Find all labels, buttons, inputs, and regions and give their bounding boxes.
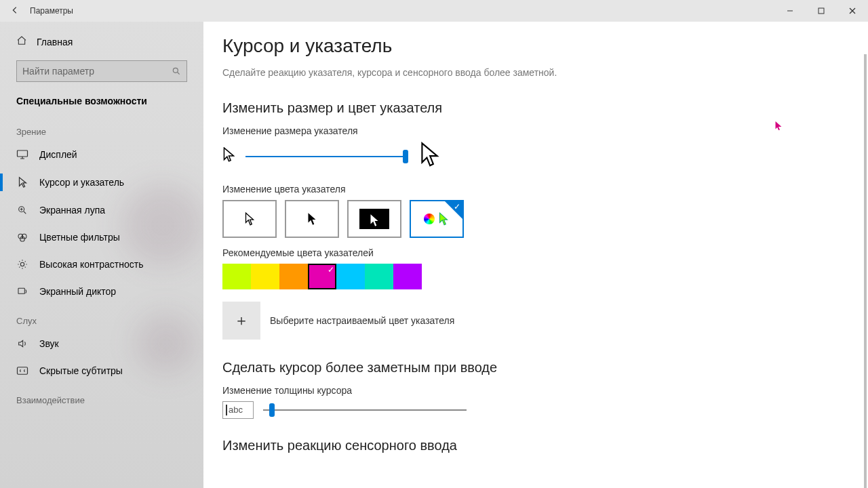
minimize-button[interactable] [774, 0, 806, 22]
contrast-icon [16, 259, 28, 270]
home-icon [16, 35, 27, 48]
sidebar-item-narrator[interactable]: Экранный диктор [0, 278, 203, 305]
group-label-interaction: Взаимодействие [0, 384, 203, 409]
sidebar-item-display[interactable]: Дисплей [0, 141, 203, 168]
svg-line-5 [178, 73, 180, 75]
color-wheel-icon [424, 214, 435, 224]
sidebar-item-cursor[interactable]: Курсор и указатель [0, 168, 203, 197]
check-icon: ✓ [328, 265, 334, 274]
settings-window: Параметры Главная Найти параметр Спе [0, 0, 868, 488]
sidebar-item-audio[interactable]: Звук [0, 330, 203, 357]
thickness-label: Изменение толщины курсора [222, 385, 849, 396]
group-label-vision: Зрение [0, 116, 203, 141]
narrator-icon [16, 286, 28, 297]
add-custom-color-button[interactable]: ＋ [222, 302, 260, 340]
sidebar-item-filters[interactable]: Цветные фильтры [0, 224, 203, 251]
pointer-style-inverted[interactable] [347, 200, 401, 238]
sidebar-item-label: Экранный диктор [39, 286, 116, 297]
recommended-colors: ✓ [222, 264, 849, 289]
pointer-size-row [222, 142, 849, 171]
content-area: Курсор и указатель Сделайте реакцию указ… [203, 22, 868, 488]
pointer-small-icon [222, 147, 235, 166]
pointer-color-label: Изменение цвета указателя [222, 184, 849, 195]
svg-line-8 [24, 211, 26, 214]
palette-icon [16, 232, 28, 243]
pointer-large-icon [419, 142, 439, 171]
section-size-color: Изменить размер и цвет указателя [222, 100, 849, 116]
pointer-size-slider[interactable] [245, 148, 408, 165]
sidebar-item-captions[interactable]: Скрытые субтитры [0, 357, 203, 384]
sidebar-item-label: Цветные фильтры [39, 232, 120, 243]
zoom-icon [16, 205, 28, 216]
color-swatch-5[interactable] [365, 264, 393, 289]
maximize-button[interactable] [806, 0, 837, 22]
page-title: Курсор и указатель [222, 35, 849, 57]
search-placeholder: Найти параметр [22, 66, 172, 77]
preview-pink-cursor-icon [774, 121, 783, 134]
color-swatch-1[interactable] [251, 264, 279, 289]
color-swatch-3[interactable]: ✓ [308, 264, 336, 289]
cursor-thickness-row: abc [222, 401, 849, 419]
color-swatch-6[interactable] [393, 264, 422, 289]
pointer-style-custom[interactable]: ✓ [410, 200, 464, 238]
section-cursor-visibility: Сделать курсор более заметным при вводе [222, 360, 849, 375]
sidebar-item-label: Экранная лупа [39, 205, 105, 216]
sidebar-section: Специальные возможности [0, 92, 203, 116]
pointer-style-white[interactable] [222, 200, 277, 238]
color-swatch-2[interactable] [279, 264, 308, 289]
section-touch: Изменить реакцию сенсорного ввода [222, 438, 849, 453]
check-icon: ✓ [454, 202, 460, 211]
speaker-icon [16, 338, 28, 349]
sidebar-home-label: Главная [37, 37, 73, 47]
sidebar-home[interactable]: Главная [0, 28, 203, 55]
pointer-size-label: Изменение размера указателя [222, 125, 849, 136]
sidebar-item-label: Звук [39, 338, 59, 349]
svg-point-4 [173, 68, 178, 73]
window-title: Параметры [30, 6, 73, 16]
thickness-preview: abc [222, 401, 254, 419]
sidebar-item-label: Высокая контрастность [39, 259, 143, 270]
svg-rect-15 [18, 288, 24, 293]
recommended-colors-label: Рекомендуемые цвета указателей [222, 247, 849, 258]
sidebar: Главная Найти параметр Специальные возмо… [0, 22, 203, 488]
pointer-style-black[interactable] [285, 200, 339, 238]
sidebar-item-magnifier[interactable]: Экранная лупа [0, 197, 203, 224]
color-swatch-4[interactable] [336, 264, 365, 289]
svg-point-14 [20, 262, 24, 266]
scrollbar[interactable] [864, 54, 867, 488]
monitor-icon [16, 149, 28, 160]
search-icon [172, 66, 181, 76]
sidebar-item-label: Курсор и указатель [39, 177, 124, 188]
svg-rect-6 [18, 150, 28, 157]
color-swatch-0[interactable] [222, 264, 251, 289]
pointer-style-tiles: ✓ [222, 200, 849, 238]
sidebar-item-label: Дисплей [39, 149, 77, 160]
text-caret-icon [226, 405, 227, 415]
svg-rect-16 [18, 367, 28, 375]
search-input[interactable]: Найти параметр [16, 60, 187, 82]
sidebar-item-contrast[interactable]: Высокая контрастность [0, 251, 203, 278]
cc-icon [16, 366, 28, 375]
close-button[interactable] [837, 0, 868, 22]
custom-color-label: Выберите настраиваемый цвет указателя [270, 315, 454, 326]
cursor-icon [16, 176, 28, 188]
page-subtitle: Сделайте реакцию указателя, курсора и се… [222, 66, 575, 80]
custom-color-row: ＋ Выберите настраиваемый цвет указателя [222, 302, 849, 340]
cursor-thickness-slider[interactable] [263, 402, 467, 418]
sidebar-item-label: Скрытые субтитры [39, 365, 123, 376]
back-button[interactable] [0, 5, 30, 17]
svg-rect-1 [818, 8, 824, 14]
titlebar: Параметры [0, 0, 868, 22]
